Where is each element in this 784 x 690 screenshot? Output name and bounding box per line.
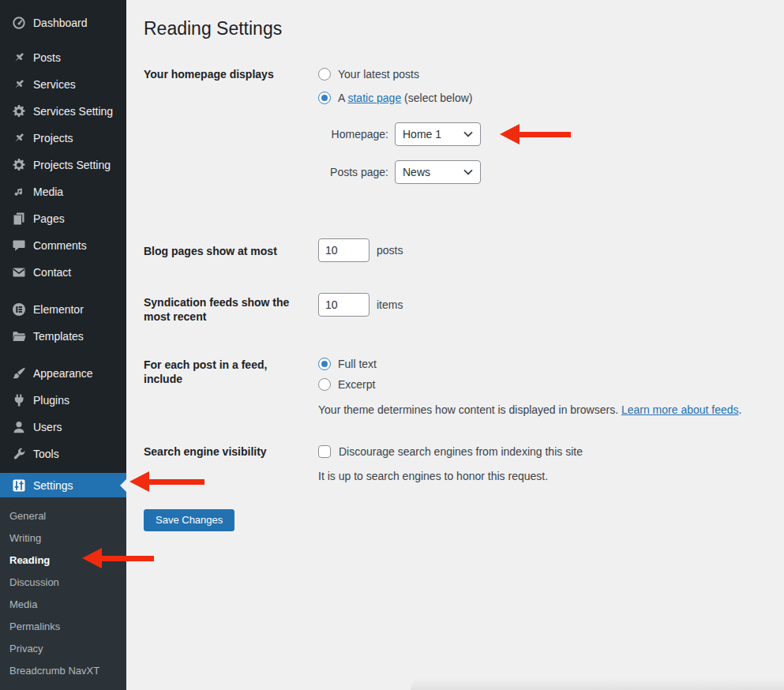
sidebar-item-projects-setting[interactable]: Projects Setting — [0, 152, 126, 178]
blog-pages-input[interactable] — [318, 238, 369, 262]
sidebar-item-posts[interactable]: Posts — [0, 44, 126, 71]
syndication-input[interactable] — [318, 293, 369, 317]
submenu-item-privacy[interactable]: Privacy — [0, 637, 126, 659]
submenu-item-permalinks[interactable]: Permalinks — [0, 615, 126, 637]
submenu-item-media[interactable]: Media — [0, 593, 126, 615]
feed-content-row: For each post in a feed, include Full te… — [144, 355, 768, 417]
window-shadow — [411, 677, 784, 690]
blog-pages-row: Blog pages show at most posts — [144, 238, 768, 262]
excerpt-choice: Excerpt — [318, 376, 741, 393]
pages-icon — [11, 211, 27, 227]
sidebar-item-label: Plugins — [33, 394, 69, 407]
sidebar-item-label: Projects — [33, 132, 73, 144]
row-control: items — [318, 293, 403, 324]
excerpt-radio[interactable] — [318, 378, 331, 391]
submenu-item-breadcrumb-navxt[interactable]: Breadcrumb NavXT — [0, 659, 126, 681]
sidebar-item-label: Settings — [33, 479, 73, 492]
settings-icon — [11, 478, 27, 493]
chevron-down-icon — [463, 131, 473, 137]
menu-separator — [0, 467, 126, 473]
sidebar-item-elementor[interactable]: Elementor — [0, 296, 126, 323]
sidebar-item-settings[interactable]: Settings — [0, 473, 126, 497]
sidebar-item-appearance[interactable]: Appearance — [0, 360, 126, 387]
pushpin-icon — [11, 130, 27, 146]
radio-label: A static page (select below) — [338, 92, 472, 104]
chevron-down-icon — [463, 169, 473, 175]
static-page-radio[interactable] — [318, 92, 331, 104]
pushpin-icon — [11, 50, 27, 66]
row-label: Syndication feeds show the most recent — [144, 293, 302, 324]
sidebar-item-label: Services — [33, 78, 76, 91]
latest-posts-radio[interactable] — [318, 68, 331, 81]
sidebar-item-projects[interactable]: Projects — [0, 125, 126, 152]
gear-icon — [11, 103, 27, 119]
row-control: posts — [318, 238, 403, 262]
row-label: Search engine visibility — [144, 442, 302, 483]
row-label: Blog pages show at most — [144, 238, 302, 262]
sidebar-item-label: Templates — [33, 330, 84, 343]
pushpin-icon — [11, 77, 27, 92]
wrench-icon — [11, 446, 27, 462]
save-changes-button[interactable]: Save Changes — [144, 509, 234, 531]
sidebar-item-media[interactable]: Media — [0, 178, 126, 205]
media-icon — [11, 184, 27, 200]
syndication-row: Syndication feeds show the most recent i… — [144, 293, 768, 324]
sidebar-item-pages[interactable]: Pages — [0, 205, 126, 232]
feed-description-text: Your theme determines how content is dis… — [318, 403, 621, 416]
submenu-item-label: Reading — [9, 554, 50, 566]
sidebar-item-label: Comments — [33, 239, 87, 252]
full-text-radio[interactable] — [318, 358, 331, 370]
sidebar-item-plugins[interactable]: Plugins — [0, 387, 126, 414]
dashboard-icon — [11, 15, 27, 31]
sidebar-item-tools[interactable]: Tools — [0, 441, 126, 467]
feed-description-text: . — [739, 403, 742, 416]
sidebar-item-label: Services Setting — [33, 105, 113, 118]
current-menu-pointer — [114, 479, 126, 492]
submenu-item-writing[interactable]: Writing — [0, 527, 126, 549]
folder-icon — [11, 328, 27, 344]
submenu-item-reading[interactable]: Reading — [0, 549, 126, 571]
submenu-item-label: Privacy — [9, 643, 43, 654]
sidebar-item-services-setting[interactable]: Services Setting — [0, 98, 126, 125]
row-control: Full text Excerpt Your theme determines … — [318, 355, 741, 417]
sidebar-item-services[interactable]: Services — [0, 71, 126, 98]
discourage-checkbox[interactable] — [318, 445, 331, 458]
learn-more-feeds-link[interactable]: Learn more about feeds — [621, 403, 739, 416]
checkbox-label: Discourage search engines from indexing … — [339, 445, 583, 458]
posts-page-select-row: Posts page: News — [318, 160, 481, 184]
select-value: Home 1 — [403, 128, 441, 141]
homepage-select-label: Homepage: — [318, 128, 388, 141]
sidebar-item-comments[interactable]: Comments — [0, 232, 126, 259]
radio-label: Full text — [338, 358, 377, 370]
submenu-item-discussion[interactable]: Discussion — [0, 571, 126, 593]
comments-icon — [11, 238, 27, 253]
submenu-item-general[interactable]: General — [0, 504, 126, 527]
static-page-text: A — [338, 92, 347, 104]
submenu-item-label: Permalinks — [9, 621, 60, 632]
homepage-select[interactable]: Home 1 — [395, 122, 481, 146]
gear-icon — [11, 157, 27, 173]
posts-page-select[interactable]: News — [395, 160, 481, 184]
row-control: Your latest posts A static page (select … — [318, 65, 481, 198]
submenu-item-label: Writing — [9, 532, 41, 544]
posts-page-select-label: Posts page: — [318, 166, 388, 178]
submenu-item-label: Breadcrumb NavXT — [9, 665, 99, 677]
sidebar-item-label: Appearance — [33, 367, 93, 380]
feed-description: Your theme determines how content is dis… — [318, 403, 741, 417]
sidebar-item-contact[interactable]: Contact — [0, 259, 126, 286]
sidebar-item-templates[interactable]: Templates — [0, 323, 126, 350]
static-page-link[interactable]: static page — [347, 92, 401, 104]
page-title: Reading Settings — [144, 18, 768, 39]
sidebar-item-label: Dashboard — [33, 17, 88, 29]
homepage-select-row: Homepage: Home 1 — [318, 122, 481, 146]
row-control: Discourage search engines from indexing … — [318, 442, 583, 483]
paintbrush-icon — [11, 366, 27, 381]
row-label: Your homepage displays — [144, 65, 302, 198]
sidebar-item-label: Pages — [33, 212, 65, 225]
page-select-group: Homepage: Home 1 Posts page: News — [318, 122, 481, 184]
full-text-choice: Full text — [318, 355, 741, 373]
sidebar-item-users[interactable]: Users — [0, 414, 126, 441]
plug-icon — [11, 392, 27, 408]
sidebar-item-dashboard[interactable]: Dashboard — [0, 9, 126, 36]
menu-separator — [0, 286, 126, 296]
